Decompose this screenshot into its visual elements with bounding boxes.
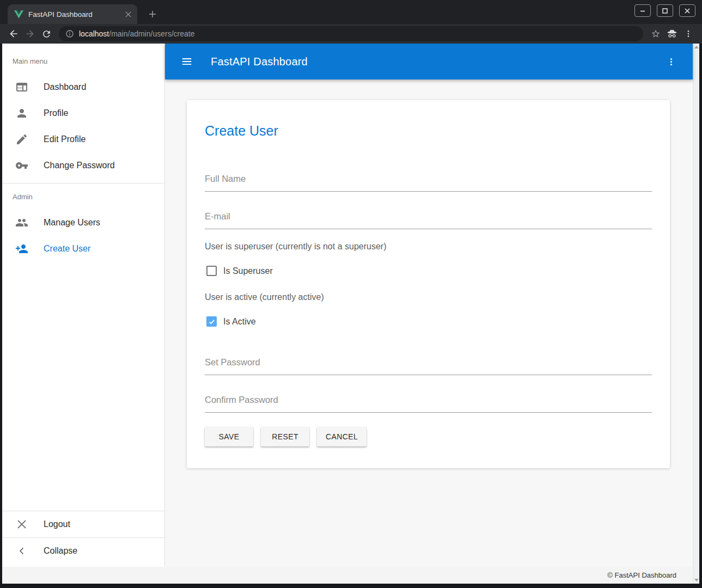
sidebar-item-logout[interactable]: Logout — [2, 511, 164, 537]
url-text: localhost/main/admin/users/create — [79, 29, 194, 39]
people-icon — [15, 216, 28, 229]
new-tab-button[interactable] — [145, 7, 160, 22]
is-superuser-checkbox[interactable] — [206, 266, 217, 276]
sidebar-item-label: Dashboard — [44, 82, 86, 92]
browser-window: FastAPI Dashboard — [0, 0, 702, 588]
confirm-password-input[interactable] — [205, 391, 652, 413]
copyright-text: © FastAPI Dashboard — [607, 571, 676, 579]
save-button[interactable]: SAVE — [205, 427, 253, 446]
main-area: FastAPI Dashboard Create User — [165, 44, 693, 567]
form-buttons: SAVE RESET CANCEL — [205, 427, 652, 446]
reload-icon[interactable] — [38, 26, 54, 42]
reset-button[interactable]: RESET — [261, 427, 309, 446]
cancel-button[interactable]: CANCEL — [317, 427, 367, 446]
hamburger-menu-icon[interactable] — [177, 52, 197, 71]
window-controls — [634, 4, 695, 17]
maximize-button[interactable] — [657, 4, 673, 17]
browser-toolbar: localhost/main/admin/users/create — [0, 24, 702, 44]
tab-strip: FastAPI Dashboard — [0, 0, 702, 24]
page-content: Create User User is superuser (currently… — [165, 79, 693, 567]
vue-logo-icon — [14, 10, 23, 19]
close-window-button[interactable] — [679, 4, 695, 17]
page-title: Create User — [205, 123, 652, 139]
sidebar-item-label: Edit Profile — [44, 134, 86, 144]
confirm-password-field-wrap — [205, 391, 652, 413]
person-add-icon — [15, 242, 28, 255]
sidebar-item-label: Change Password — [44, 161, 115, 170]
is-active-checkbox[interactable] — [206, 316, 217, 327]
site-info-icon[interactable] — [65, 29, 74, 38]
browser-tab[interactable]: FastAPI Dashboard — [8, 4, 137, 24]
sidebar-section-label: Admin — [2, 183, 164, 210]
active-checkbox-row: Is Active — [205, 316, 652, 327]
create-user-card: Create User User is superuser (currently… — [187, 100, 670, 468]
appbar-menu-icon[interactable] — [661, 52, 681, 71]
sidebar-section-label: Main menu — [2, 48, 164, 74]
url-host: localhost — [79, 29, 109, 38]
sidebar-item-edit-profile[interactable]: Edit Profile — [2, 126, 164, 152]
back-icon[interactable] — [5, 26, 22, 42]
sidebar-item-label: Manage Users — [44, 218, 100, 228]
incognito-icon — [664, 26, 680, 42]
sidebar-item-label: Profile — [44, 108, 68, 118]
set-password-field-wrap — [205, 354, 652, 375]
appbar-title: FastAPI Dashboard — [211, 56, 308, 68]
close-icon — [15, 518, 28, 531]
email-field-wrap — [205, 208, 652, 229]
superuser-checkbox-row: Is Superuser — [205, 266, 652, 276]
forward-icon[interactable] — [22, 26, 38, 42]
sidebar-item-change-password[interactable]: Change Password — [2, 152, 164, 179]
sidebar: Main menu Dashboard Profile — [2, 44, 165, 567]
browser-menu-icon[interactable] — [680, 26, 697, 42]
page-footer: © FastAPI Dashboard — [2, 567, 693, 584]
chevron-left-icon — [15, 544, 28, 558]
sidebar-item-dashboard[interactable]: Dashboard — [2, 74, 164, 100]
page-viewport: Main menu Dashboard Profile — [2, 44, 699, 584]
sidebar-item-manage-users[interactable]: Manage Users — [2, 210, 164, 236]
sidebar-item-create-user[interactable]: Create User — [2, 236, 164, 262]
checkbox-label: Is Active — [223, 317, 256, 327]
tab-title: FastAPI Dashboard — [28, 10, 118, 19]
minimize-button[interactable] — [634, 4, 651, 17]
tab-close-icon[interactable] — [123, 9, 133, 19]
sidebar-item-collapse[interactable]: Collapse — [2, 538, 164, 564]
scroll-up-icon[interactable] — [694, 46, 699, 48]
person-icon — [15, 107, 28, 120]
bookmark-star-icon[interactable] — [648, 26, 664, 42]
address-bar[interactable]: localhost/main/admin/users/create — [59, 26, 643, 41]
full-name-field-wrap — [205, 170, 652, 192]
full-name-input[interactable] — [205, 170, 652, 192]
sidebar-item-label: Logout — [44, 519, 70, 529]
superuser-hint: User is superuser (currently is not a su… — [205, 242, 652, 252]
set-password-input[interactable] — [205, 354, 652, 375]
sidebar-item-label: Create User — [44, 244, 90, 254]
email-input[interactable] — [205, 208, 652, 229]
dashboard-icon — [15, 81, 28, 94]
key-icon — [15, 159, 28, 172]
app-bar: FastAPI Dashboard — [165, 44, 693, 79]
checkbox-label: Is Superuser — [223, 266, 273, 276]
pencil-icon — [15, 133, 28, 146]
sidebar-item-profile[interactable]: Profile — [2, 100, 164, 126]
url-path: /main/admin/users/create — [109, 29, 194, 38]
sidebar-item-label: Collapse — [44, 546, 77, 556]
scroll-down-icon[interactable] — [694, 579, 699, 581]
page-scrollbar[interactable] — [693, 44, 699, 584]
sidebar-bottom: Logout Collapse — [2, 511, 164, 567]
active-hint: User is active (currently active) — [205, 292, 652, 302]
